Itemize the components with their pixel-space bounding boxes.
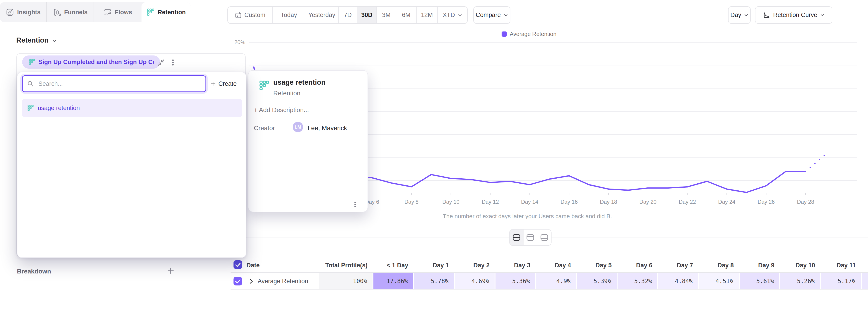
chevron-down-icon	[52, 38, 57, 44]
layout-top-icon	[526, 234, 535, 241]
range-label: 12M	[421, 11, 433, 19]
range-30d[interactable]: 30D	[358, 7, 377, 23]
collapse-icon[interactable]	[157, 58, 165, 67]
range-label: Yesterday	[308, 11, 335, 19]
layout-bottom-icon	[540, 234, 549, 241]
retention-curve-projection	[806, 154, 825, 171]
range-yesterday[interactable]: Yesterday	[305, 7, 339, 23]
creator-label: Creator	[254, 124, 275, 132]
col-header-day-5: Day 5	[595, 260, 612, 270]
chevron-down-icon	[504, 13, 508, 18]
range-label: Custom	[244, 11, 266, 19]
section-title-dropdown[interactable]: Retention	[16, 36, 57, 45]
compare-label: Compare	[475, 11, 501, 19]
range-12m[interactable]: 12M	[416, 7, 438, 23]
tab-insights[interactable]: Insights	[0, 2, 47, 22]
view-type-button[interactable]: Retention Curve	[755, 6, 832, 24]
cell-day-2: 4.69%	[455, 273, 495, 289]
search-result-label: usage retention	[38, 105, 80, 112]
retention-report-page: 20%18%Day 6Day 8Day 10Day 12Day 14Day 16…	[0, 0, 868, 309]
row-checkbox[interactable]	[234, 277, 242, 285]
breakdown-label: Breakdown	[17, 268, 51, 275]
range-today[interactable]: Today	[273, 7, 305, 23]
x-axis-label: Day 28	[797, 199, 814, 205]
legend-item-average-retention[interactable]: Average Retention	[502, 31, 557, 37]
col-header-day-2: Day 2	[473, 260, 490, 270]
table-header-separator	[230, 272, 868, 273]
col-header-day-1: Day 1	[433, 260, 449, 270]
select-all-checkbox[interactable]	[234, 260, 242, 269]
legend-swatch	[502, 31, 507, 37]
col-header-day-8: Day 8	[717, 260, 734, 270]
saved-report-pill[interactable]: Sign Up Completed and then Sign Up Co...	[22, 55, 160, 68]
cell-day-12	[862, 273, 868, 289]
granularity-label: Day	[730, 11, 741, 19]
range-3m[interactable]: 3M	[377, 7, 396, 23]
layout-toggle-2[interactable]	[524, 229, 537, 245]
x-axis-label: Day 26	[757, 199, 775, 205]
kebab-menu-icon[interactable]	[351, 201, 359, 208]
range-label: 3M	[382, 11, 391, 19]
x-axis-label: Day 24	[718, 199, 735, 205]
range-label: XTD	[443, 11, 455, 19]
report-tabs: InsightsFunnelsFlowsRetention	[0, 2, 191, 22]
search-results: usage retention	[22, 99, 242, 117]
x-axis-label: Day 12	[482, 199, 499, 205]
compare-button[interactable]: Compare	[473, 6, 510, 24]
saved-report-pill-label: Sign Up Completed and then Sign Up Co...	[38, 59, 154, 66]
range-label: Today	[281, 11, 297, 19]
chevron-down-icon	[458, 13, 462, 18]
range-6m[interactable]: 6M	[396, 7, 416, 23]
x-axis-label: Day 20	[639, 199, 656, 205]
report-hover-card: usage retention Retention + Add Descript…	[248, 70, 368, 212]
tab-flows[interactable]: Flows	[94, 2, 142, 22]
tab-funnels[interactable]: Funnels	[47, 2, 94, 22]
tab-label: Funnels	[64, 9, 88, 16]
cell-day-10: 5.26%	[780, 273, 820, 289]
granularity-button[interactable]: Day	[728, 6, 751, 24]
tab-retention[interactable]: Retention	[142, 2, 191, 22]
col-header-1-day: < 1 Day	[387, 260, 408, 270]
col-header-date: Date	[246, 260, 260, 270]
x-axis-label: Day 8	[404, 199, 418, 205]
range-label: 6M	[402, 11, 410, 19]
retention-icon	[28, 59, 35, 65]
x-axis-label: Day 18	[600, 199, 617, 205]
cell-day-1: 5.78%	[414, 273, 454, 289]
range-xtd[interactable]: XTD	[438, 7, 467, 23]
row-expander-icon[interactable]	[248, 278, 254, 285]
layout-toggle-1[interactable]	[510, 229, 524, 245]
insights-icon	[6, 8, 14, 16]
calendar-icon	[235, 12, 242, 19]
col-header-day-11: Day 11	[836, 260, 856, 270]
search-input[interactable]	[38, 80, 201, 88]
add-description-button[interactable]: + Add Description...	[254, 106, 309, 114]
report-search-popup: Create usage retention	[17, 72, 246, 258]
x-axis-label: Day 14	[521, 199, 538, 205]
x-axis-label: Day 16	[561, 199, 578, 205]
cell-day-9: 5.61%	[740, 273, 779, 289]
range-custom[interactable]: Custom	[228, 7, 273, 23]
search-box	[22, 75, 206, 92]
chevron-down-icon	[744, 13, 748, 18]
col-header-day-3: Day 3	[514, 260, 530, 270]
hover-card-type: Retention	[273, 90, 301, 97]
add-breakdown-button[interactable]	[166, 267, 175, 275]
chevron-down-icon	[820, 13, 825, 18]
range-label: 30D	[361, 11, 373, 19]
search-result-usage-retention[interactable]: usage retention	[22, 99, 242, 117]
layout-toggle-3[interactable]	[537, 229, 551, 245]
legend-label: Average Retention	[510, 31, 557, 37]
create-button[interactable]: Create	[210, 75, 242, 92]
cell-day-6: 5.32%	[618, 273, 657, 289]
col-header-day-10: Day 10	[796, 260, 815, 270]
tab-label: Insights	[17, 9, 41, 16]
col-header-day-4: Day 4	[555, 260, 571, 270]
range-label: 7D	[344, 11, 352, 19]
kebab-menu-icon[interactable]	[168, 58, 177, 67]
tab-label: Retention	[158, 9, 186, 16]
hover-card-title: usage retention	[273, 78, 326, 86]
x-axis-label: Day 22	[679, 199, 696, 205]
range-7d[interactable]: 7D	[339, 7, 358, 23]
table-row-separator	[230, 289, 868, 290]
